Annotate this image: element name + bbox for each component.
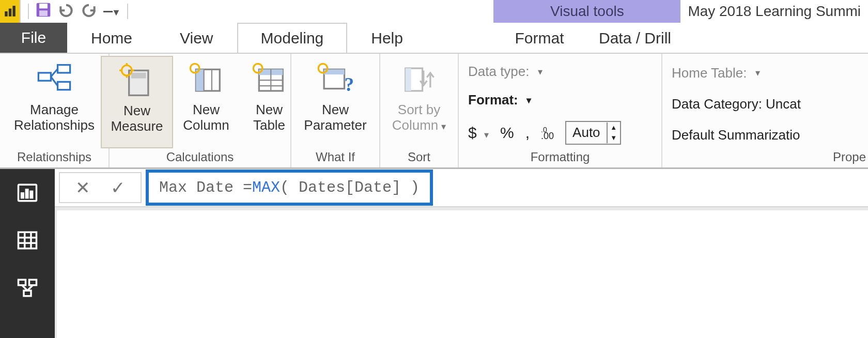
default-summarization-dropdown[interactable]: Default Summarizatio	[672, 127, 801, 143]
svg-rect-34	[406, 68, 411, 91]
tab-format[interactable]: Format	[492, 23, 587, 53]
group-relationships: Manage Relationships Relationships	[0, 54, 110, 167]
group-label: Sort	[408, 148, 430, 166]
svg-line-9	[51, 69, 57, 76]
tab-view[interactable]: View	[156, 23, 237, 53]
svg-rect-7	[58, 65, 70, 73]
svg-rect-4	[39, 4, 48, 8]
relationships-icon	[36, 60, 72, 99]
formula-cancel-commit: ✕ ✓	[59, 172, 142, 203]
svg-rect-0	[5, 11, 7, 17]
label: Format:	[468, 92, 518, 108]
svg-rect-45	[29, 280, 37, 285]
new-measure-button[interactable]: New Measure	[101, 56, 173, 148]
work-area: ✕ ✓ Max Date = MAX( Dates[Date] )	[0, 169, 868, 338]
formula-function: MAX	[252, 179, 280, 196]
formula-text-suffix: ( Dates[Date] )	[280, 179, 420, 196]
button-label: New Column	[183, 102, 229, 133]
svg-rect-2	[12, 6, 15, 17]
spinner[interactable]: ▲▼	[607, 122, 620, 143]
document-title: May 2018 Learning Summi	[680, 0, 868, 23]
svg-point-22	[190, 64, 199, 73]
svg-text:?: ?	[344, 74, 353, 95]
quick-access-toolbar: ▼	[20, 0, 135, 23]
value: Auto	[566, 125, 607, 141]
tab-help[interactable]: Help	[347, 23, 427, 53]
label: Data Category: Uncat	[672, 96, 801, 112]
title-bar: ▼ Visual tools May 2018 Learning Summi	[0, 0, 868, 23]
manage-relationships-button[interactable]: Manage Relationships	[9, 56, 100, 148]
data-view-icon[interactable]	[14, 227, 41, 254]
svg-rect-46	[24, 290, 31, 296]
svg-point-32	[318, 64, 328, 73]
view-switcher-rail	[0, 169, 55, 338]
data-category-dropdown[interactable]: Data Category: Uncat	[672, 96, 801, 112]
group-label: Calculations	[166, 148, 234, 166]
svg-rect-6	[38, 73, 51, 81]
currency-button[interactable]: $ ▾	[468, 124, 489, 142]
commit-icon[interactable]: ✓	[111, 177, 125, 198]
button-label: New Measure	[111, 103, 163, 134]
svg-rect-44	[19, 280, 26, 285]
svg-point-28	[253, 64, 262, 73]
button-label: Sort by Column▾	[392, 102, 446, 133]
decimals-icon[interactable]: .0 .00	[541, 128, 554, 140]
undo-icon[interactable]	[58, 2, 74, 21]
save-icon[interactable]	[35, 2, 52, 21]
separator	[127, 4, 128, 19]
new-table-icon	[251, 60, 287, 99]
new-measure-icon	[119, 61, 155, 100]
button-label: New Table	[253, 102, 285, 133]
sort-by-column-button[interactable]: Sort by Column▾	[385, 56, 453, 148]
label: Home Table:	[672, 65, 747, 81]
ribbon: Manage Relationships Relationships New M…	[0, 53, 868, 169]
ribbon-tabs: File Home View Modeling Help Format Data…	[0, 23, 868, 53]
format-dropdown[interactable]: Format:▾	[468, 92, 647, 108]
button-label: Manage Relationships	[14, 102, 95, 133]
tab-data-drill[interactable]: Data / Drill	[587, 23, 683, 53]
svg-rect-36	[21, 193, 24, 198]
customize-qat-icon[interactable]: ▼	[103, 6, 121, 17]
powerbi-logo	[0, 0, 20, 23]
new-parameter-icon: ?	[317, 60, 353, 99]
group-properties: Home Table:▾ Data Category: Uncat Defaul…	[662, 54, 868, 167]
sort-icon	[401, 60, 437, 99]
group-calculations: New Measure New Column New Table Calcula…	[110, 54, 291, 167]
report-view-icon[interactable]	[14, 179, 41, 206]
group-label: What If	[316, 148, 355, 166]
new-column-button[interactable]: New Column	[173, 56, 239, 148]
separator	[28, 4, 29, 19]
svg-rect-5	[39, 10, 48, 16]
decimal-places-input[interactable]: Auto ▲▼	[565, 121, 621, 145]
contextual-tab-header: Visual tools	[493, 0, 680, 23]
tab-modeling[interactable]: Modeling	[237, 23, 348, 53]
data-type-dropdown[interactable]: Data type:▾	[468, 64, 647, 80]
redo-icon[interactable]	[81, 2, 97, 21]
formula-bar: ✕ ✓ Max Date = MAX( Dates[Date] )	[55, 169, 868, 207]
group-label: Relationships	[17, 148, 91, 166]
svg-rect-8	[58, 82, 70, 89]
svg-rect-39	[19, 232, 37, 249]
home-table-dropdown[interactable]: Home Table:▾	[672, 65, 801, 81]
group-sort: Sort by Column▾ Sort	[380, 54, 459, 167]
formula-text-prefix: Max Date =	[159, 179, 252, 196]
new-column-icon	[188, 60, 224, 99]
new-table-button[interactable]: New Table	[239, 56, 299, 148]
group-label: Prope	[833, 148, 868, 166]
report-canvas[interactable]	[57, 210, 868, 338]
cancel-icon[interactable]: ✕	[75, 177, 90, 198]
new-parameter-button[interactable]: ? New Parameter	[299, 56, 371, 148]
label: Data type:	[468, 64, 530, 80]
group-formatting: Data type:▾ Format:▾ $ ▾ % , .0 .00 Auto…	[459, 54, 662, 167]
formula-input[interactable]: Max Date = MAX( Dates[Date] )	[146, 170, 433, 206]
tab-file[interactable]: File	[0, 23, 67, 53]
group-label: Formatting	[531, 148, 590, 166]
svg-rect-1	[9, 9, 11, 17]
thousands-button[interactable]: ,	[525, 124, 530, 142]
tab-home[interactable]: Home	[67, 23, 156, 53]
percent-button[interactable]: %	[500, 124, 514, 142]
button-label: New Parameter	[304, 102, 366, 133]
model-view-icon[interactable]	[14, 274, 41, 301]
label: Default Summarizatio	[672, 127, 800, 143]
svg-line-10	[51, 77, 57, 86]
